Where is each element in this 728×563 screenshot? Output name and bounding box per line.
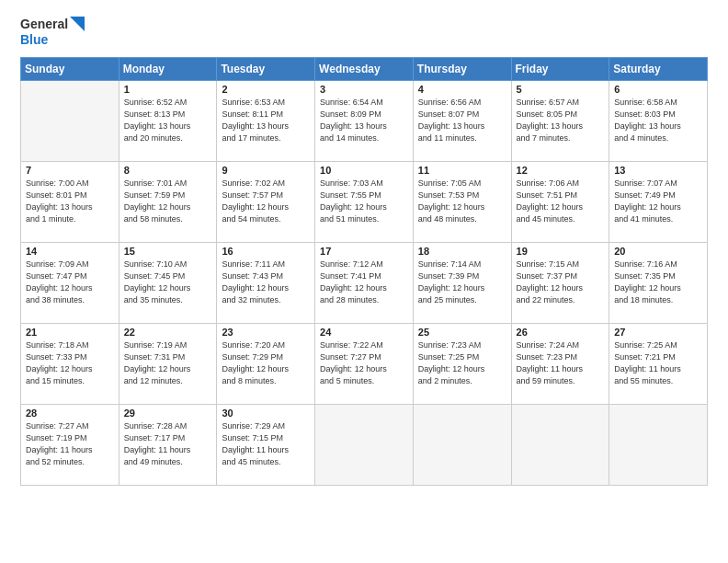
day-info: Sunrise: 7:02 AM Sunset: 7:57 PM Dayligh… [222,178,310,225]
day-info: Sunrise: 6:54 AM Sunset: 8:09 PM Dayligh… [320,97,408,144]
day-info: Sunrise: 7:22 AM Sunset: 7:27 PM Dayligh… [320,339,408,387]
day-number: 8 [124,165,212,176]
day-info: Sunrise: 7:05 AM Sunset: 7:53 PM Dayligh… [418,178,506,225]
logo-triangle-icon [70,17,85,31]
day-number: 5 [517,84,605,95]
calendar-cell: 5Sunrise: 6:57 AM Sunset: 8:05 PM Daylig… [511,80,609,161]
calendar-cell: 22Sunrise: 7:19 AM Sunset: 7:31 PM Dayli… [119,323,217,404]
logo: General Blue [20,17,85,48]
day-info: Sunrise: 7:11 AM Sunset: 7:43 PM Dayligh… [222,259,310,306]
day-info: Sunrise: 7:00 AM Sunset: 8:01 PM Dayligh… [26,178,114,225]
day-info: Sunrise: 7:25 AM Sunset: 7:21 PM Dayligh… [614,339,702,387]
day-number: 19 [517,246,605,257]
calendar-cell: 8Sunrise: 7:01 AM Sunset: 7:59 PM Daylig… [119,161,217,242]
calendar-cell [609,404,708,485]
calendar-cell: 18Sunrise: 7:14 AM Sunset: 7:39 PM Dayli… [413,242,511,323]
calendar-cell: 9Sunrise: 7:02 AM Sunset: 7:57 PM Daylig… [217,161,315,242]
page: General Blue SundayMondayTuesdayWednesda… [0,0,728,563]
day-info: Sunrise: 6:56 AM Sunset: 8:07 PM Dayligh… [418,97,506,144]
day-number: 14 [26,246,114,257]
calendar-cell: 10Sunrise: 7:03 AM Sunset: 7:55 PM Dayli… [315,161,414,242]
calendar-cell: 26Sunrise: 7:24 AM Sunset: 7:23 PM Dayli… [511,323,609,404]
col-header-saturday: Saturday [609,57,708,80]
calendar-cell: 28Sunrise: 7:27 AM Sunset: 7:19 PM Dayli… [21,404,119,485]
day-info: Sunrise: 6:53 AM Sunset: 8:11 PM Dayligh… [222,97,310,144]
calendar-cell: 17Sunrise: 7:12 AM Sunset: 7:41 PM Dayli… [315,242,414,323]
day-number: 27 [614,327,702,338]
calendar-table: SundayMondayTuesdayWednesdayThursdayFrid… [20,57,708,486]
day-info: Sunrise: 6:57 AM Sunset: 8:05 PM Dayligh… [517,97,605,144]
day-info: Sunrise: 7:03 AM Sunset: 7:55 PM Dayligh… [320,178,408,225]
calendar-cell [511,404,609,485]
day-number: 20 [614,246,702,257]
day-info: Sunrise: 7:19 AM Sunset: 7:31 PM Dayligh… [124,339,212,387]
calendar-cell: 12Sunrise: 7:06 AM Sunset: 7:51 PM Dayli… [511,161,609,242]
calendar-cell: 16Sunrise: 7:11 AM Sunset: 7:43 PM Dayli… [217,242,315,323]
col-header-wednesday: Wednesday [315,57,414,80]
day-info: Sunrise: 7:18 AM Sunset: 7:33 PM Dayligh… [26,339,114,387]
calendar-cell: 27Sunrise: 7:25 AM Sunset: 7:21 PM Dayli… [609,323,708,404]
calendar-header-row: SundayMondayTuesdayWednesdayThursdayFrid… [21,57,708,80]
calendar-cell: 1Sunrise: 6:52 AM Sunset: 8:13 PM Daylig… [119,80,217,161]
day-info: Sunrise: 7:27 AM Sunset: 7:19 PM Dayligh… [26,420,114,468]
day-number: 24 [320,327,408,338]
logo-general: General [20,17,68,32]
day-number: 22 [124,327,212,338]
calendar-cell: 15Sunrise: 7:10 AM Sunset: 7:45 PM Dayli… [119,242,217,323]
day-info: Sunrise: 7:01 AM Sunset: 7:59 PM Dayligh… [124,178,212,225]
calendar-week-4: 28Sunrise: 7:27 AM Sunset: 7:19 PM Dayli… [21,404,708,485]
day-info: Sunrise: 7:14 AM Sunset: 7:39 PM Dayligh… [418,259,506,306]
calendar-cell: 11Sunrise: 7:05 AM Sunset: 7:53 PM Dayli… [413,161,511,242]
calendar-cell [315,404,414,485]
logo-wordmark: General Blue [20,17,85,48]
day-info: Sunrise: 7:16 AM Sunset: 7:35 PM Dayligh… [614,259,702,306]
day-number: 11 [418,165,506,176]
calendar-week-3: 21Sunrise: 7:18 AM Sunset: 7:33 PM Dayli… [21,323,708,404]
day-number: 16 [222,246,310,257]
day-number: 29 [124,408,212,419]
day-number: 7 [26,165,114,176]
day-info: Sunrise: 7:12 AM Sunset: 7:41 PM Dayligh… [320,259,408,306]
day-info: Sunrise: 7:07 AM Sunset: 7:49 PM Dayligh… [614,178,702,225]
day-number: 17 [320,246,408,257]
day-number: 10 [320,165,408,176]
col-header-monday: Monday [119,57,217,80]
day-number: 1 [124,84,212,95]
calendar-cell: 21Sunrise: 7:18 AM Sunset: 7:33 PM Dayli… [21,323,119,404]
day-number: 3 [320,84,408,95]
day-info: Sunrise: 7:24 AM Sunset: 7:23 PM Dayligh… [517,339,605,387]
col-header-tuesday: Tuesday [217,57,315,80]
day-info: Sunrise: 7:28 AM Sunset: 7:17 PM Dayligh… [124,420,212,468]
calendar-cell: 19Sunrise: 7:15 AM Sunset: 7:37 PM Dayli… [511,242,609,323]
calendar-cell: 29Sunrise: 7:28 AM Sunset: 7:17 PM Dayli… [119,404,217,485]
day-number: 6 [614,84,702,95]
header: General Blue [20,17,708,48]
calendar-cell [21,80,119,161]
logo-blue: Blue [20,32,85,48]
calendar-cell: 24Sunrise: 7:22 AM Sunset: 7:27 PM Dayli… [315,323,414,404]
calendar-cell: 7Sunrise: 7:00 AM Sunset: 8:01 PM Daylig… [21,161,119,242]
calendar-week-0: 1Sunrise: 6:52 AM Sunset: 8:13 PM Daylig… [21,80,708,161]
day-number: 21 [26,327,114,338]
day-number: 28 [26,408,114,419]
day-number: 18 [418,246,506,257]
svg-marker-0 [70,17,85,31]
calendar-cell: 13Sunrise: 7:07 AM Sunset: 7:49 PM Dayli… [609,161,708,242]
calendar-cell: 6Sunrise: 6:58 AM Sunset: 8:03 PM Daylig… [609,80,708,161]
day-number: 9 [222,165,310,176]
day-number: 2 [222,84,310,95]
calendar-cell [413,404,511,485]
day-number: 12 [517,165,605,176]
day-info: Sunrise: 7:09 AM Sunset: 7:47 PM Dayligh… [26,259,114,306]
calendar-cell: 25Sunrise: 7:23 AM Sunset: 7:25 PM Dayli… [413,323,511,404]
day-number: 26 [517,327,605,338]
day-number: 30 [222,408,310,419]
col-header-sunday: Sunday [21,57,119,80]
calendar-week-1: 7Sunrise: 7:00 AM Sunset: 8:01 PM Daylig… [21,161,708,242]
day-number: 4 [418,84,506,95]
col-header-thursday: Thursday [413,57,511,80]
calendar-cell: 14Sunrise: 7:09 AM Sunset: 7:47 PM Dayli… [21,242,119,323]
day-info: Sunrise: 7:20 AM Sunset: 7:29 PM Dayligh… [222,339,310,387]
day-number: 25 [418,327,506,338]
day-info: Sunrise: 7:10 AM Sunset: 7:45 PM Dayligh… [124,259,212,306]
